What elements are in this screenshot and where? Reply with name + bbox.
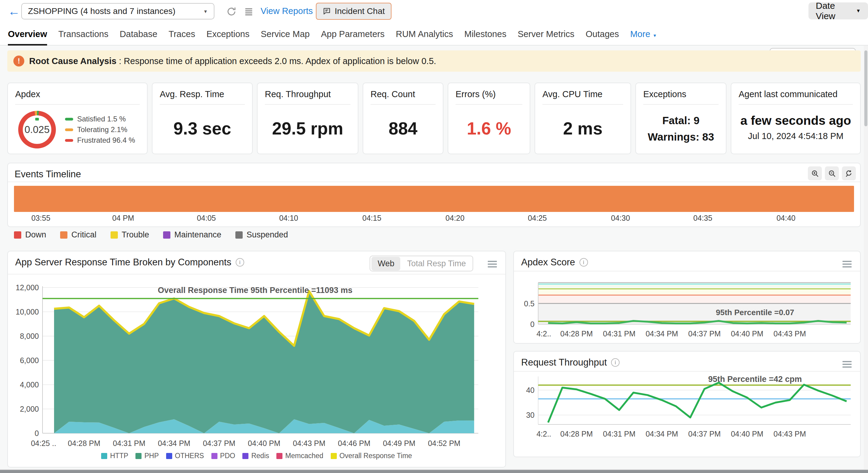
chart-legend-item-others[interactable]: OTHERS (166, 452, 204, 460)
tab-database[interactable]: Database (120, 23, 157, 45)
x-tick-label: 04:40 PM (731, 329, 763, 338)
root-cause-message: Response time of application exceeds 2.0… (124, 56, 436, 66)
resp-time-mode-toggle: Web Total Resp Time (370, 256, 473, 272)
chart-menu-icon[interactable] (488, 259, 497, 269)
tab-app-parameters[interactable]: App Parameters (321, 23, 385, 45)
date-view-button[interactable]: Date View ▼ (808, 2, 868, 20)
chart-legend-item-overall-response-time[interactable]: Overall Response Time (331, 452, 412, 460)
legend-swatch (101, 453, 107, 459)
tab-label: Service Map (261, 29, 310, 39)
timeline-toolbar (808, 166, 856, 180)
events-timeline-title: Events Timeline (14, 169, 81, 180)
legend-swatch (242, 453, 248, 459)
svg-text:8,000: 8,000 (20, 332, 39, 340)
tab-service-map[interactable]: Service Map (261, 23, 310, 45)
legend-swatch (14, 231, 21, 239)
chevron-down-icon: ▼ (653, 33, 657, 38)
apdex-legend-item: Satisfied 1.5 % (65, 115, 135, 123)
timeline-status-bar[interactable] (14, 186, 854, 212)
toggle-web[interactable]: Web (371, 257, 400, 271)
incident-chat-button[interactable]: Incident Chat (316, 3, 392, 20)
apdex-donut-value: 0.025 (23, 115, 51, 144)
x-tick-label: 04:34 PM (646, 430, 678, 438)
view-reports-link[interactable]: View Reports (260, 6, 313, 16)
kpi-title: Apdex (15, 89, 140, 99)
tab-label: RUM Analytics (396, 29, 453, 39)
kpi-value: 884 (363, 118, 443, 138)
exceptions-counts: Fatal: 9Warnings: 83 (636, 112, 726, 146)
timeline-tick-label: 04:20 (445, 214, 465, 223)
timeline-legend-item: Suspended (236, 230, 288, 240)
top-bar: ← ZSHOPPING (4 hosts and 7 instances) ▼ … (0, 0, 868, 23)
info-icon[interactable]: i (611, 358, 620, 367)
tab-milestones[interactable]: Milestones (464, 23, 506, 45)
tab-rum-analytics[interactable]: RUM Analytics (396, 23, 453, 45)
timeline-tick-label: 04:10 (279, 214, 298, 223)
chart-legend-item-redis[interactable]: Redis (242, 452, 269, 460)
vertical-scrollbar-thumb[interactable] (864, 51, 867, 126)
chart-legend-item-pdo[interactable]: PDO (211, 452, 236, 460)
x-tick-label: 04:49 PM (383, 439, 415, 447)
legend-swatch (65, 118, 73, 121)
timeline-tick-label: 04:40 (777, 214, 796, 223)
kpi-title: Agent last communicated (739, 89, 853, 99)
x-tick-label: 04:43 PM (774, 430, 806, 438)
divider (8, 274, 505, 275)
chevron-down-icon: ▼ (856, 8, 861, 14)
legend-swatch (111, 231, 118, 239)
components-chart: 02,0004,0006,0008,00010,00012,000Overall… (12, 278, 496, 448)
timeline-axis: 03:5504 PM04:0504:1004:1504:2004:2504:30… (14, 214, 854, 223)
info-icon[interactable]: i (236, 258, 244, 266)
tab-overview[interactable]: Overview (8, 23, 47, 45)
vertical-scrollbar[interactable] (864, 45, 868, 469)
threshold-band (538, 283, 851, 289)
chart-menu-icon[interactable] (842, 259, 851, 269)
horizontal-scrollbar[interactable] (0, 470, 868, 473)
timeline-tick-label: 04 PM (112, 214, 134, 223)
tab-more[interactable]: More▼ (630, 23, 657, 45)
tab-strip: OverviewTransactionsDatabaseTracesExcept… (8, 23, 657, 45)
zoom-in-button[interactable] (808, 166, 822, 180)
back-arrow-icon[interactable]: ← (8, 4, 20, 19)
apdex-score-title: Apdex Score (521, 257, 575, 268)
tab-exceptions[interactable]: Exceptions (207, 23, 250, 45)
threshold-band (538, 295, 851, 303)
agent-relative-time: a few seconds ago (731, 114, 860, 128)
agent-timestamp: Jul 10, 2024 4:54:18 PM (731, 131, 860, 141)
apdex-score-panel: Apdex Score i 00.595th Percentile =0.074… (513, 251, 861, 344)
svg-text:4,000: 4,000 (20, 380, 39, 389)
kpi-card-req-throughput: Req. Throughput29.5 rpm (257, 83, 359, 154)
timeline-legend-item: Down (14, 230, 46, 240)
toggle-total-resp-time[interactable]: Total Resp Time (402, 259, 472, 269)
legend-swatch (163, 231, 170, 239)
refresh-icon[interactable] (226, 6, 237, 17)
list-menu-icon[interactable] (244, 7, 254, 17)
zoom-reset-button[interactable] (842, 166, 856, 180)
zoom-out-button[interactable] (825, 166, 839, 180)
timeline-tick-label: 04:30 (611, 214, 630, 223)
tab-label: Outages (586, 29, 619, 39)
legend-swatch (276, 453, 282, 459)
chart-legend-item-http[interactable]: HTTP (101, 452, 128, 460)
tab-label: Traces (168, 29, 195, 39)
application-selector-dropdown[interactable]: ZSHOPPING (4 hosts and 7 instances) ▼ (21, 3, 214, 20)
x-tick-label: 04:40 PM (731, 430, 763, 438)
chart-menu-icon[interactable] (842, 359, 851, 369)
timeline-tick-label: 04:35 (693, 214, 713, 223)
chart-legend-item-memcached[interactable]: Memcached (276, 452, 323, 460)
chart-legend-item-php[interactable]: PHP (135, 452, 158, 460)
application-selector-value: ZSHOPPING (4 hosts and 7 instances) (28, 6, 203, 16)
info-icon[interactable]: i (580, 258, 588, 266)
kpi-card-avg-resp-time: Avg. Resp. Time9.3 sec (152, 83, 253, 154)
tab-server-metrics[interactable]: Server Metrics (518, 23, 574, 45)
x-tick-label: 04:52 PM (428, 439, 460, 447)
apdex-legend-item: Frustrated 96.4 % (65, 136, 135, 145)
tab-transactions[interactable]: Transactions (58, 23, 108, 45)
tab-traces[interactable]: Traces (168, 23, 195, 45)
divider (514, 271, 860, 272)
kpi-title: Avg. CPU Time (542, 89, 623, 99)
x-tick-label: 04:31 PM (603, 430, 636, 438)
legend-swatch (135, 453, 142, 459)
percentile-annotation: 95th Percentile =0.07 (716, 308, 794, 317)
tab-outages[interactable]: Outages (586, 23, 619, 45)
